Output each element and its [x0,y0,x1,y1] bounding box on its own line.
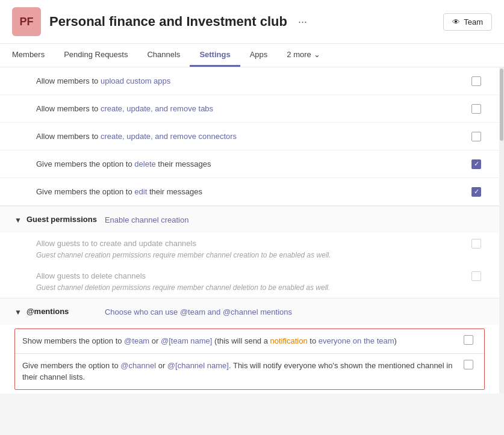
choose-mentions-link[interactable]: Choose who can use @team and @channel me… [105,307,292,316]
checkbox-mentions-channel[interactable] [464,360,473,369]
checkbox-connectors[interactable] [471,132,481,141]
team-button-label: Team [464,17,483,26]
checkbox-wrap-tabs [468,104,485,114]
checkbox-wrap-connectors [468,132,485,141]
checkbox-wrap-edit [468,187,485,197]
checkbox-delete[interactable] [471,159,481,169]
section-guest-permissions: ▼ Guest permissions Enable channel creat… [0,206,499,233]
content-area: Allow members to upload custom apps Allo… [0,67,499,393]
header-left: PF Personal finance and Investment club … [12,7,307,36]
scrollbar-thumb [500,69,503,141]
row-text-upload-apps: Allow members to upload custom apps [36,76,468,85]
checkbox-wrap-upload-apps [468,76,485,86]
highlight-edit: edit [134,187,147,196]
mentions-row-team: Show members the option to @team or @[te… [15,329,484,353]
settings-row-connectors: Allow members to create, update, and rem… [0,123,499,150]
mentions-text-team: Show members the option to @team or @[te… [22,335,460,347]
mentions-content: Choose who can use @team and @channel me… [105,307,485,316]
guest-text-delete-channels: Allow guests to delete channels [36,271,468,280]
collapse-guest-icon[interactable]: ▼ [14,216,22,224]
checkbox-wrap-mentions-channel [460,360,477,369]
tab-settings[interactable]: Settings [190,44,240,67]
tab-more-label: 2 more [287,50,311,59]
settings-row-upload-apps: Allow members to upload custom apps [0,67,499,95]
row-text-delete-messages: Give members the option to delete their … [36,159,468,168]
guest-note-create: Guest channel creation permissions requi… [0,251,499,265]
mentions-row-channel: Give members the option to @channel or @… [15,353,484,389]
section-mentions: ▼ @mentions Choose who can use @team and… [0,298,499,325]
tab-more[interactable]: 2 more ⌄ [277,44,329,67]
settings-row-tabs: Allow members to create, update, and rem… [0,95,499,123]
tab-members[interactable]: Members [12,44,54,67]
at-channel-name-text: @[channel name] [167,361,229,370]
checkbox-upload-apps[interactable] [471,76,481,86]
everyone-text: everyone on the team [319,336,394,345]
guest-row-delete-channels: Allow guests to delete channels [0,265,499,283]
collapse-mentions-icon[interactable]: ▼ [14,308,22,316]
highlight-tabs: create, update, and remove tabs [101,104,213,113]
at-team-name-text: @[team name] [161,336,212,345]
guest-permissions-title: Guest permissions [26,215,105,224]
checkbox-edit[interactable] [471,187,481,197]
checkbox-wrap-mentions-team [460,335,477,345]
guest-text-create-channels: Allow guests to to create and update cha… [36,239,468,248]
scrollbar[interactable] [499,67,504,393]
mentions-title: @mentions [26,307,105,316]
mentions-text-channel: Give members the option to @channel or @… [22,360,460,383]
mentions-highlight-box: Show members the option to @team or @[te… [14,329,485,390]
highlight-upload-apps: upload custom apps [101,76,170,85]
team-name-title: Personal finance and Investment club [49,14,287,29]
scroll-container: Allow members to upload custom apps Allo… [0,67,504,393]
highlight-connectors: create, update, and remove connectors [101,132,237,141]
row-text-edit-messages: Give members the option to edit their me… [36,187,468,196]
chevron-down-icon: ⌄ [314,50,320,59]
guest-note-delete: Guest channel deletion permissions requi… [0,283,499,298]
team-view-button[interactable]: 👁 Team [443,13,492,31]
at-channel-text: @channel [120,361,156,370]
settings-row-delete-messages: Give members the option to delete their … [0,150,499,178]
guest-row-create-channels: Allow guests to to create and update cha… [0,233,499,251]
nav-tabs: Members Pending Requests Channels Settin… [0,44,504,67]
checkbox-wrap-guest-create [468,239,485,248]
at-team-text: @team [124,336,149,345]
checkbox-tabs[interactable] [471,104,481,114]
enable-channel-creation-link[interactable]: Enable channel creation [105,215,189,224]
tab-pending-requests[interactable]: Pending Requests [54,44,137,67]
guest-permissions-content: Enable channel creation [105,215,485,224]
checkbox-guest-create[interactable] [471,239,481,248]
header: PF Personal finance and Investment club … [0,0,504,44]
checkbox-wrap-delete [468,159,485,169]
notification-text: notification [270,336,308,345]
checkbox-mentions-team[interactable] [464,335,473,345]
row-text-tabs: Allow members to create, update, and rem… [36,104,468,113]
checkbox-guest-delete[interactable] [471,271,481,281]
eye-icon: 👁 [452,17,460,26]
settings-row-edit-messages: Give members the option to edit their me… [0,178,499,206]
ellipsis-menu[interactable]: ··· [298,16,307,28]
tab-channels[interactable]: Channels [137,44,190,67]
highlight-delete: delete [134,159,155,168]
row-text-connectors: Allow members to create, update, and rem… [36,132,468,141]
main-content: Allow members to upload custom apps Allo… [0,67,504,393]
tab-apps[interactable]: Apps [240,44,278,67]
checkbox-wrap-guest-delete [468,271,485,281]
avatar: PF [12,7,41,36]
